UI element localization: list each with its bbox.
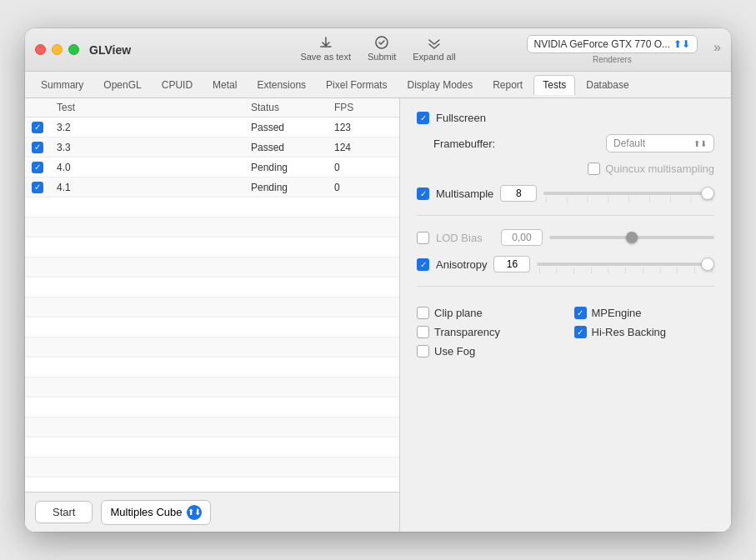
table-row[interactable]: 3.2 Passed 123: [25, 118, 399, 138]
table-row[interactable]: 3.3 Passed 124: [25, 138, 399, 158]
quincux-row: Quincux multisampling: [417, 162, 714, 175]
test-name-32: 3.2: [57, 122, 251, 133]
test-status-40: Pending: [251, 162, 334, 173]
table-row[interactable]: 4.0 Pending 0: [25, 158, 399, 178]
table-row-empty: [25, 318, 399, 338]
col-test: Test: [57, 102, 251, 113]
submit-icon: [373, 33, 391, 52]
framebuffer-label: Framebuffer:: [433, 138, 508, 150]
framebuffer-select-arrow: ⬆⬇: [693, 139, 707, 148]
tab-opengl[interactable]: OpenGL: [94, 75, 150, 94]
test-name-40: 4.0: [57, 162, 251, 173]
chevron-right-icon[interactable]: »: [713, 40, 721, 55]
transparency-item: Transparency: [417, 326, 558, 338]
tab-pixel-formats[interactable]: Pixel Formats: [317, 75, 396, 94]
table-row[interactable]: 4.1 Pending 0: [25, 178, 399, 198]
hires-checkbox[interactable]: [574, 326, 587, 338]
multisample-label: Multisample: [436, 188, 493, 200]
expand-all-label: Expand all: [413, 52, 455, 62]
fullscreen-checkbox[interactable]: [417, 112, 429, 124]
row-checkbox-33[interactable]: [32, 142, 43, 153]
lod-checkbox[interactable]: [417, 232, 429, 244]
multiples-cube-dropdown[interactable]: Multiples Cube ⬆⬇: [101, 500, 211, 525]
clip-plane-label: Clip plane: [434, 307, 483, 319]
test-fps-40: 0: [334, 162, 393, 173]
quincux-label: Quincux multisampling: [605, 162, 714, 175]
transparency-label: Transparency: [434, 326, 500, 338]
lod-value[interactable]: 0,00: [501, 229, 543, 246]
row-checkbox-40[interactable]: [32, 162, 43, 173]
test-status-32: Passed: [251, 122, 334, 133]
row-checkbox-41[interactable]: [32, 182, 43, 193]
test-fps-32: 123: [334, 122, 393, 133]
table-row-empty: [25, 238, 399, 258]
anisotropy-value[interactable]: 16: [493, 256, 530, 272]
anisotropy-slider[interactable]: | | | | | | | | | | |: [537, 256, 714, 272]
table-row-empty: [25, 438, 399, 458]
maximize-button[interactable]: [68, 44, 79, 55]
table-row-empty: [25, 198, 399, 218]
row-checkbox-32[interactable]: [32, 122, 43, 133]
fullscreen-label: Fullscreen: [436, 112, 486, 124]
mpengine-item: MPEngine: [574, 307, 715, 319]
tab-extensions[interactable]: Extensions: [248, 75, 315, 94]
tab-display-modes[interactable]: Display Modes: [398, 75, 482, 94]
titlebar: GLView Save as text Submi: [25, 28, 731, 72]
expand-icon: [425, 33, 443, 52]
renderer-name: NVIDIA GeForce GTX 770 O...: [534, 38, 670, 50]
table-row-empty: [25, 298, 399, 318]
col-check: [32, 102, 57, 113]
multisample-slider[interactable]: | | | | | | | | |: [543, 185, 714, 202]
table-row-empty: [25, 218, 399, 238]
mpengine-label: MPEngine: [592, 307, 642, 319]
save-icon: [317, 33, 335, 52]
table-row-empty: [25, 398, 399, 418]
transparency-checkbox[interactable]: [417, 326, 429, 338]
lod-label: LOD Bias: [436, 232, 494, 244]
submit-label: Submit: [368, 52, 396, 62]
renderers-label: Renderers: [593, 55, 632, 64]
table-row-empty: [25, 378, 399, 398]
test-name-41: 4.1: [57, 182, 251, 193]
table-row-empty: [25, 358, 399, 378]
app-window: GLView Save as text Submi: [25, 28, 731, 532]
table-row-empty: [25, 278, 399, 298]
anisotropy-checkbox[interactable]: [417, 258, 429, 271]
multisample-value[interactable]: 8: [500, 185, 537, 202]
mpengine-checkbox[interactable]: [574, 307, 587, 319]
use-fog-checkbox[interactable]: [417, 345, 429, 358]
tab-report[interactable]: Report: [483, 75, 532, 94]
start-button[interactable]: Start: [35, 501, 93, 523]
app-title: GLView: [89, 43, 131, 57]
clip-plane-checkbox[interactable]: [417, 307, 429, 319]
expand-all-button[interactable]: Expand all: [413, 33, 455, 62]
table-row-empty: [25, 338, 399, 358]
tab-database[interactable]: Database: [577, 75, 638, 94]
lod-slider[interactable]: [549, 229, 714, 246]
table-header: Test Status FPS: [25, 98, 399, 118]
tab-bar: Summary OpenGL CPUID Metal Extensions Pi…: [25, 72, 731, 98]
use-fog-item: Use Fog: [417, 345, 558, 358]
settings-panel: Fullscreen Framebuffer: Default ⬆⬇ Quinc…: [400, 98, 731, 532]
save-text-button[interactable]: Save as text: [300, 33, 351, 62]
tab-cpuid[interactable]: CPUID: [153, 75, 202, 94]
quincux-checkbox[interactable]: [588, 162, 600, 175]
close-button[interactable]: [35, 44, 46, 55]
col-fps: FPS: [334, 102, 393, 113]
divider-1: [417, 215, 714, 216]
tab-metal[interactable]: Metal: [203, 75, 246, 94]
lod-row: LOD Bias 0,00: [417, 229, 714, 246]
framebuffer-select[interactable]: Default ⬆⬇: [606, 134, 714, 152]
clip-plane-item: Clip plane: [417, 307, 558, 319]
anisotropy-row: Anisotropy 16 | | | | | | | | |: [417, 256, 714, 272]
multisample-checkbox[interactable]: [417, 188, 429, 200]
tab-tests[interactable]: Tests: [533, 75, 575, 95]
framebuffer-value: Default: [613, 138, 645, 149]
submit-button[interactable]: Submit: [368, 33, 396, 62]
tab-summary[interactable]: Summary: [32, 75, 93, 94]
test-rows: 3.2 Passed 123 3.3 Passed 124 4.0 Pendin…: [25, 118, 399, 492]
test-panel: Test Status FPS 3.2 Passed 123 3.3 Passe…: [25, 98, 400, 532]
renderer-dropdown[interactable]: NVIDIA GeForce GTX 770 O... ⬆⬇: [527, 35, 698, 53]
minimize-button[interactable]: [52, 44, 63, 55]
test-fps-33: 124: [334, 142, 393, 153]
